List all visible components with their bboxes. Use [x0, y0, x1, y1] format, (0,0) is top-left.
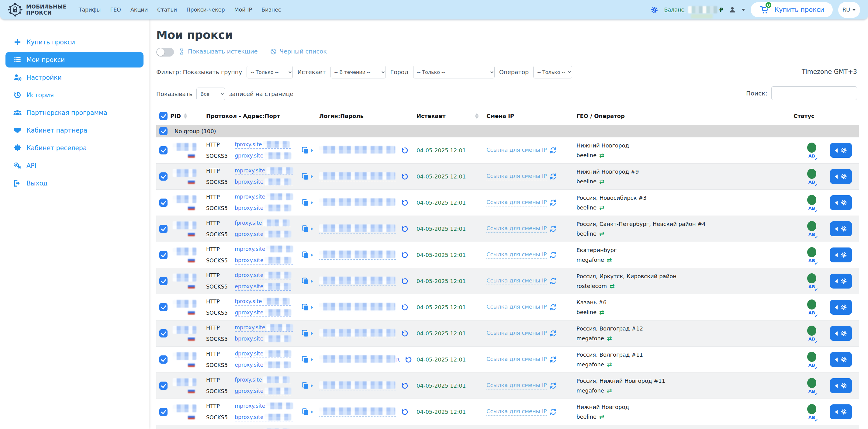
blacklist-link[interactable]: Черный список	[270, 48, 327, 56]
login-password-link[interactable]	[319, 224, 396, 234]
change-ip-link[interactable]: Ссылка для смены IP	[487, 173, 547, 180]
language-selector[interactable]: RU	[838, 2, 860, 18]
row-settings-button[interactable]	[830, 300, 852, 315]
copy-icon[interactable]	[301, 251, 310, 259]
socks-host-link[interactable]: gproxy.site	[235, 309, 291, 317]
socks-host-link[interactable]: bproxy.site	[235, 257, 293, 265]
row-settings-button[interactable]	[830, 221, 852, 236]
copy-icon[interactable]	[301, 303, 310, 311]
copy-menu-caret-icon[interactable]	[311, 201, 313, 205]
copy-icon[interactable]	[301, 381, 310, 390]
socks-host-link[interactable]: gproxy.site	[235, 388, 291, 395]
copy-icon[interactable]	[301, 356, 310, 364]
sidebar-item-my-proxies[interactable]: Мои прокси	[5, 52, 144, 67]
row-checkbox[interactable]	[159, 277, 167, 285]
copy-icon[interactable]	[301, 408, 310, 416]
buy-proxy-button[interactable]: 0 Купить прокси	[751, 2, 833, 17]
refresh-ip-icon[interactable]	[550, 330, 557, 337]
regenerate-credentials-icon[interactable]	[401, 251, 409, 259]
change-ip-link[interactable]: Ссылка для смены IP	[487, 408, 547, 416]
change-ip-link[interactable]: Ссылка для смены IP	[487, 251, 547, 259]
operator-exchange-icon[interactable]: ⇄	[599, 152, 604, 158]
refresh-ip-icon[interactable]	[550, 251, 557, 258]
row-settings-button[interactable]	[830, 195, 852, 210]
socks-host-link[interactable]: eproxy.site	[235, 283, 291, 291]
login-password-link[interactable]	[319, 329, 396, 338]
login-password-link[interactable]	[319, 198, 396, 207]
socks-host-link[interactable]: gproxy.site	[235, 152, 291, 160]
sidebar-item-buy[interactable]: Купить прокси	[5, 34, 144, 50]
regenerate-credentials-icon[interactable]	[401, 408, 409, 416]
login-password-link[interactable]	[319, 277, 396, 286]
copy-menu-caret-icon[interactable]	[311, 306, 313, 309]
sidebar-item-partner-program[interactable]: Партнерская программа	[5, 105, 144, 120]
change-ip-link[interactable]: Ссылка для смены IP	[487, 225, 547, 233]
user-menu-caret-icon[interactable]	[742, 9, 745, 11]
sidebar-item-logout[interactable]: Выход	[5, 176, 144, 191]
regenerate-credentials-icon[interactable]	[401, 225, 409, 233]
row-checkbox[interactable]	[159, 225, 167, 233]
nav-link[interactable]: Акции	[130, 7, 148, 13]
refresh-ip-icon[interactable]	[550, 408, 557, 415]
regenerate-credentials-icon[interactable]	[405, 356, 412, 363]
refresh-ip-icon[interactable]	[550, 356, 557, 363]
copy-menu-caret-icon[interactable]	[311, 253, 313, 257]
row-checkbox[interactable]	[159, 329, 167, 337]
filter-city-select[interactable]: -- Только --	[413, 66, 495, 79]
show-expired-toggle[interactable]	[156, 48, 174, 57]
copy-menu-caret-icon[interactable]	[311, 358, 313, 362]
socks-host-link[interactable]: bproxy.site	[235, 205, 293, 212]
row-settings-button[interactable]	[830, 352, 852, 367]
nav-link[interactable]: ГЕО	[110, 7, 121, 13]
operator-exchange-icon[interactable]: ⇄	[607, 257, 612, 263]
operator-exchange-icon[interactable]: ⇄	[599, 414, 604, 420]
filter-expires-select[interactable]: -- В течении --	[331, 66, 386, 79]
socks-host-link[interactable]: bproxy.site	[235, 179, 293, 186]
sidebar-item-settings[interactable]: Настройки	[5, 70, 144, 85]
http-host-link[interactable]: fproxy.site	[235, 219, 291, 227]
change-ip-link[interactable]: Ссылка для смены IP	[487, 303, 547, 311]
nav-link[interactable]: Статьи	[157, 7, 177, 13]
http-host-link[interactable]: mproxy.site	[235, 167, 293, 175]
change-ip-link[interactable]: Ссылка для смены IP	[487, 147, 547, 154]
http-host-link[interactable]: mproxy.site	[235, 403, 293, 410]
operator-exchange-icon[interactable]: ⇄	[599, 205, 604, 211]
refresh-ip-icon[interactable]	[550, 278, 557, 284]
login-password-link[interactable]	[319, 303, 396, 312]
group-checkbox[interactable]	[159, 127, 167, 135]
copy-icon[interactable]	[301, 329, 310, 337]
row-checkbox[interactable]	[159, 303, 167, 311]
row-checkbox[interactable]	[159, 173, 167, 181]
http-host-link[interactable]: mproxy.site	[235, 246, 293, 253]
copy-menu-caret-icon[interactable]	[311, 332, 313, 335]
user-icon[interactable]	[729, 6, 736, 13]
row-settings-button[interactable]	[830, 274, 852, 288]
nav-link[interactable]: Мой IP	[235, 7, 252, 13]
sidebar-item-history[interactable]: История	[5, 87, 144, 103]
refresh-ip-icon[interactable]	[550, 304, 557, 311]
change-ip-link[interactable]: Ссылка для смены IP	[487, 356, 547, 363]
row-settings-button[interactable]	[830, 143, 852, 158]
change-ip-link[interactable]: Ссылка для смены IP	[487, 382, 547, 390]
refresh-ip-icon[interactable]	[550, 225, 557, 232]
operator-exchange-icon[interactable]: ⇄	[610, 283, 615, 289]
regenerate-credentials-icon[interactable]	[401, 382, 409, 390]
row-checkbox[interactable]	[159, 198, 167, 207]
login-password-link[interactable]	[319, 407, 396, 417]
regenerate-credentials-icon[interactable]	[401, 199, 409, 207]
operator-exchange-icon[interactable]: ⇄	[599, 231, 604, 237]
copy-menu-caret-icon[interactable]	[311, 227, 313, 231]
copy-icon[interactable]	[301, 146, 310, 154]
http-host-link[interactable]: fproxy.site	[235, 298, 291, 306]
filter-group-select[interactable]: -- Только --	[247, 66, 293, 79]
login-password-link[interactable]: R	[319, 355, 400, 364]
row-settings-button[interactable]	[830, 326, 852, 341]
brand-logo[interactable]: МОБИЛЬНЫЕ ПРОКСИ	[8, 2, 67, 17]
refresh-ip-icon[interactable]	[550, 382, 557, 389]
http-host-link[interactable]: dproxy.site	[235, 272, 291, 279]
copy-menu-caret-icon[interactable]	[311, 175, 313, 179]
copy-menu-caret-icon[interactable]	[311, 149, 313, 152]
change-ip-link[interactable]: Ссылка для смены IP	[487, 277, 547, 285]
show-expired-link[interactable]: Показывать истекшие	[178, 48, 258, 56]
search-input[interactable]	[771, 86, 857, 100]
